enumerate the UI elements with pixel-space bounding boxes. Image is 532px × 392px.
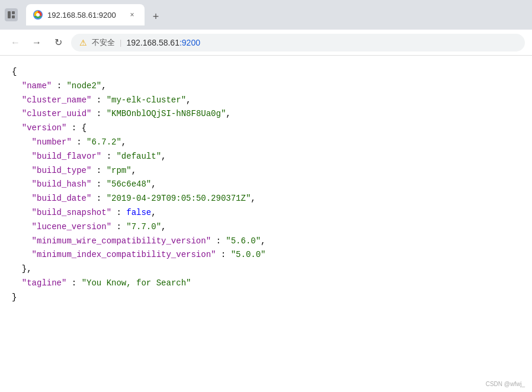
tab-title: 192.168.58.61:9200 bbox=[47, 11, 122, 20]
build-snapshot-key: "build_snapshot" bbox=[32, 208, 111, 217]
security-warning-icon: ⚠ bbox=[79, 38, 87, 47]
tab-favicon bbox=[33, 10, 43, 20]
min-wire-val: "5.6.0" bbox=[226, 236, 261, 246]
reload-button[interactable]: ↻ bbox=[50, 34, 66, 51]
tab-close-button[interactable]: × bbox=[127, 9, 137, 20]
json-build-hash-line: "build_hash" : "56c6e48", bbox=[12, 178, 520, 192]
lucene-version-key: "lucene_version" bbox=[32, 222, 111, 232]
svg-rect-1 bbox=[12, 11, 15, 14]
json-cluster-name-line: "cluster_name" : "my-elk-cluster", bbox=[12, 94, 520, 108]
new-tab-button[interactable]: + bbox=[147, 8, 165, 25]
forward-button[interactable]: → bbox=[28, 34, 45, 51]
name-key: "name" bbox=[22, 81, 52, 91]
json-root-close: } bbox=[12, 291, 520, 305]
security-label: 不安全 bbox=[92, 37, 115, 48]
tagline-key: "tagline" bbox=[22, 278, 67, 288]
build-hash-key: "build_hash" bbox=[32, 179, 92, 189]
build-flavor-val: "default" bbox=[116, 152, 161, 161]
url-separator: | bbox=[120, 38, 121, 47]
title-bar: 192.168.58.61:9200 × + bbox=[0, 0, 532, 30]
json-build-flavor-line: "build_flavor" : "default", bbox=[12, 150, 520, 164]
lucene-version-val: "7.7.0" bbox=[126, 222, 161, 232]
svg-rect-2 bbox=[12, 15, 15, 18]
number-key: "number" bbox=[32, 137, 72, 147]
name-val: "node2" bbox=[66, 81, 101, 91]
cluster-uuid-key: "cluster_uuid" bbox=[22, 109, 92, 118]
build-type-key: "build_type" bbox=[32, 166, 92, 175]
json-lucene-version-line: "lucene_version" : "7.7.0", bbox=[12, 220, 520, 234]
min-wire-key: "minimum_wire_compatibility_version" bbox=[32, 236, 211, 246]
address-input[interactable]: ⚠ 不安全 | 192.168.58.61:9200 bbox=[71, 34, 525, 52]
build-flavor-key: "build_flavor" bbox=[32, 152, 102, 161]
cluster-name-val: "my-elk-cluster" bbox=[107, 95, 186, 105]
svg-rect-0 bbox=[8, 11, 11, 18]
build-snapshot-val: false bbox=[126, 208, 151, 217]
url-display: 192.168.58.61:9200 bbox=[126, 38, 200, 47]
json-name-line: "name" : "node2", bbox=[12, 79, 520, 94]
build-hash-val: "56c6e48" bbox=[107, 179, 152, 189]
json-version-close: }, bbox=[12, 262, 520, 277]
json-tagline-line: "tagline" : "You Know, for Search" bbox=[12, 277, 520, 291]
json-version-open: "version" : { bbox=[12, 121, 520, 136]
json-root-open: { bbox=[12, 65, 520, 79]
url-host: 192.168.58.61 bbox=[126, 38, 180, 47]
json-build-date-line: "build_date" : "2019-04-29T09:05:50.2903… bbox=[12, 192, 520, 206]
active-tab[interactable]: 192.168.58.61:9200 × bbox=[26, 4, 145, 25]
build-date-key: "build_date" bbox=[32, 194, 92, 203]
min-index-key: "minimum_index_compatibility_version" bbox=[32, 250, 216, 259]
build-date-val: "2019-04-29T09:05:50.290371Z" bbox=[107, 194, 251, 203]
back-button[interactable]: ← bbox=[7, 34, 24, 51]
version-key: "version" bbox=[22, 123, 67, 133]
tagline-val: "You Know, for Search" bbox=[82, 278, 191, 288]
number-val: "6.7.2" bbox=[86, 137, 121, 147]
svg-point-4 bbox=[36, 13, 40, 17]
json-min-index-line: "minimum_index_compatibility_version" : … bbox=[12, 248, 520, 262]
cluster-uuid-val: "KMBOnblOQjSI-hN8F8Ua0g" bbox=[107, 109, 226, 118]
sidebar-toggle-button[interactable] bbox=[5, 8, 18, 21]
watermark: CSDN @wfwj_ bbox=[486, 381, 525, 387]
json-min-wire-line: "minimum_wire_compatibility_version" : "… bbox=[12, 234, 520, 249]
json-number-line: "number" : "6.7.2", bbox=[12, 136, 520, 150]
min-index-val: "5.0.0" bbox=[231, 250, 266, 259]
json-build-snapshot-line: "build_snapshot" : false, bbox=[12, 206, 520, 220]
json-build-type-line: "build_type" : "rpm", bbox=[12, 164, 520, 178]
url-port: :9200 bbox=[180, 38, 200, 47]
build-type-val: "rpm" bbox=[107, 166, 132, 175]
tab-bar: 192.168.58.61:9200 × + bbox=[21, 4, 527, 25]
json-content: { "name" : "node2", "cluster_name" : "my… bbox=[0, 56, 532, 392]
json-cluster-uuid-line: "cluster_uuid" : "KMBOnblOQjSI-hN8F8Ua0g… bbox=[12, 107, 520, 121]
cluster-name-key: "cluster_name" bbox=[22, 95, 92, 105]
address-bar: ← → ↻ ⚠ 不安全 | 192.168.58.61:9200 bbox=[0, 30, 532, 56]
